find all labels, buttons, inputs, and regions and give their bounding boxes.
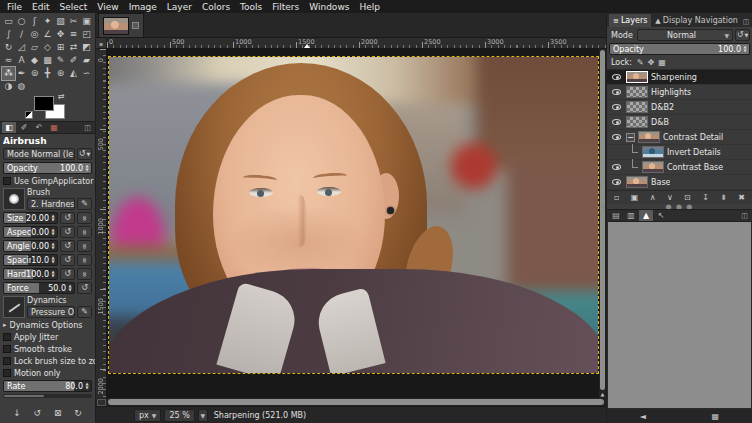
spin-arrows-icon[interactable]: ▲▼: [742, 45, 748, 53]
layer-row[interactable]: Base: [607, 175, 752, 190]
horizontal-scrollbar[interactable]: [96, 398, 606, 406]
link-button[interactable]: ∞: [77, 240, 92, 252]
quickmask-toggle[interactable]: [97, 399, 106, 406]
link-button[interactable]: ∞: [77, 254, 92, 266]
layer-row[interactable]: Highlights: [607, 85, 752, 100]
slider-hardness[interactable]: Hardness100.0▲▼: [3, 268, 58, 280]
tool-unified-transform[interactable]: ⊞: [54, 41, 67, 54]
tool-ink[interactable]: ✒: [15, 67, 28, 80]
tab-layers[interactable]: ≡ Layers: [609, 14, 651, 27]
menu-edit[interactable]: Edit: [27, 1, 54, 13]
tool-cage-transform[interactable]: ◩: [80, 41, 93, 54]
tab-histogram[interactable]: ▲: [639, 210, 653, 221]
delete-preset-button[interactable]: ⊠: [50, 407, 66, 419]
collapse-expander[interactable]: −: [626, 133, 635, 142]
restore-preset-button[interactable]: ↺: [29, 407, 45, 419]
layer-mode-select[interactable]: Normal ▼: [637, 29, 733, 41]
dock-menu-button[interactable]: ◫: [82, 122, 93, 133]
tool-flip[interactable]: ⇄: [67, 41, 80, 54]
swap-colors-icon[interactable]: ⇄: [58, 92, 65, 101]
unit-select[interactable]: px ▼: [134, 409, 161, 422]
mode-switch-button[interactable]: ↺▼: [77, 148, 92, 160]
tool-smudge[interactable]: ∽: [80, 67, 93, 80]
menu-file[interactable]: File: [2, 1, 27, 13]
foreground-color-swatch[interactable]: [34, 96, 54, 111]
tab-display-navigation[interactable]: ▲ Display Navigation: [651, 14, 742, 27]
visibility-toggle[interactable]: [610, 74, 623, 80]
tool-gradient[interactable]: ▩: [41, 54, 54, 67]
tab-channels[interactable]: ▥: [624, 210, 638, 221]
option-apply-jitter[interactable]: Apply Jitter: [3, 332, 92, 342]
checkbox[interactable]: [3, 333, 11, 341]
tool-options-scrollbar[interactable]: [3, 394, 92, 398]
tool-mypaint-brush[interactable]: ◍: [15, 80, 28, 93]
layer-row[interactable]: D&B2: [607, 100, 752, 115]
visibility-toggle[interactable]: [610, 89, 623, 95]
visibility-toggle[interactable]: [610, 134, 623, 140]
spin-arrows-icon[interactable]: ▲▼: [50, 214, 56, 222]
tab-tool-options[interactable]: ◧: [2, 122, 16, 133]
slider-angle[interactable]: Angle0.00▲▼: [3, 240, 58, 252]
spin-arrows-icon[interactable]: ▲▼: [84, 164, 90, 172]
menu-image[interactable]: Image: [124, 1, 162, 13]
tool-airbrush[interactable]: ⁂: [2, 67, 15, 80]
spin-arrows-icon[interactable]: ▲▼: [50, 270, 56, 278]
reset-button[interactable]: ↺: [60, 254, 75, 266]
tool-crop[interactable]: ◰: [80, 28, 93, 41]
tool-perspective[interactable]: ◇: [41, 41, 54, 54]
tab-undo-history[interactable]: ↶: [32, 122, 46, 133]
tool-ellipse-select[interactable]: ○: [15, 15, 28, 28]
save-preset-button[interactable]: ↓: [9, 407, 25, 419]
edit-brush-button[interactable]: ✎: [77, 198, 92, 210]
dock-menu-button[interactable]: ◫: [739, 210, 750, 221]
reset-button[interactable]: ↺: [60, 212, 75, 224]
option-motion-only[interactable]: Motion only: [3, 368, 92, 378]
visibility-toggle[interactable]: [610, 104, 623, 110]
brush-select[interactable]: 2. Hardness 050: [27, 198, 75, 210]
layer-row[interactable]: −Contrast Detail: [607, 130, 752, 145]
reset-tool-button[interactable]: ↻: [70, 407, 86, 419]
brush-thumbnail[interactable]: [3, 188, 25, 210]
menu-colors[interactable]: Colors: [197, 1, 235, 13]
link-button[interactable]: ∞: [77, 226, 92, 238]
tool-fuzzy-select[interactable]: ✦: [41, 15, 54, 28]
option-smooth-stroke[interactable]: Smooth stroke: [3, 344, 92, 354]
visibility-toggle[interactable]: [610, 179, 623, 185]
dynamics-options-expander[interactable]: ▸ Dynamics Options: [3, 320, 92, 330]
slider-force[interactable]: Force50.0▲▼: [3, 282, 75, 294]
tool-shear[interactable]: ▱: [28, 41, 41, 54]
ruler-corner-button[interactable]: ▪: [96, 38, 107, 49]
tool-paths[interactable]: ∫: [2, 28, 15, 41]
visibility-toggle[interactable]: [610, 119, 623, 125]
layer-row[interactable]: Contrast Base: [607, 160, 752, 175]
layer-row[interactable]: Sharpening: [607, 70, 752, 85]
spin-arrows-icon[interactable]: ▲▼: [84, 382, 90, 390]
tool-free-select[interactable]: ʃ: [28, 15, 41, 28]
anchor-layer-button[interactable]: ↧: [702, 194, 709, 202]
tool-color-picker[interactable]: ∕: [15, 28, 28, 41]
menu-layer[interactable]: Layer: [162, 1, 197, 13]
dynamics-thumbnail[interactable]: [3, 296, 25, 318]
option-lock-brush-size-to-zoom[interactable]: Lock brush size to zoom: [3, 356, 92, 366]
image-tab[interactable]: [98, 13, 144, 37]
checkbox[interactable]: [3, 345, 11, 353]
dock2-grid-button[interactable]: ▦: [712, 412, 720, 421]
tool-blur-sharpen[interactable]: ◭: [67, 67, 80, 80]
dock-menu-button[interactable]: ◫: [742, 16, 750, 27]
tool-eraser[interactable]: ▰: [80, 54, 93, 67]
slider-rate[interactable]: Rate80.0▲▼: [3, 380, 92, 392]
slider-spacing[interactable]: Spacing10.0▲▼: [3, 254, 58, 266]
spin-arrows-icon[interactable]: ▲▼: [67, 284, 73, 292]
zoom-input[interactable]: 25 %: [164, 409, 194, 422]
slider-layer-opacity[interactable]: Opacity100.0▲▼: [609, 43, 750, 55]
reset-button[interactable]: ↺: [60, 268, 75, 280]
tab-image-thumb[interactable]: ▤: [609, 210, 623, 221]
tool-warp-transform[interactable]: ≈: [2, 54, 15, 67]
lock-alpha-icon[interactable]: ▦: [658, 58, 666, 67]
merge-layer-button[interactable]: ⇟: [720, 194, 727, 202]
layer-row[interactable]: D&B: [607, 115, 752, 130]
tool-zoom[interactable]: ◎: [28, 28, 41, 41]
lock-position-icon[interactable]: ✥: [648, 58, 655, 67]
slider-opacity[interactable]: Opacity100.0▲▼: [3, 162, 92, 174]
duplicate-layer-button[interactable]: ⊡: [684, 194, 691, 202]
